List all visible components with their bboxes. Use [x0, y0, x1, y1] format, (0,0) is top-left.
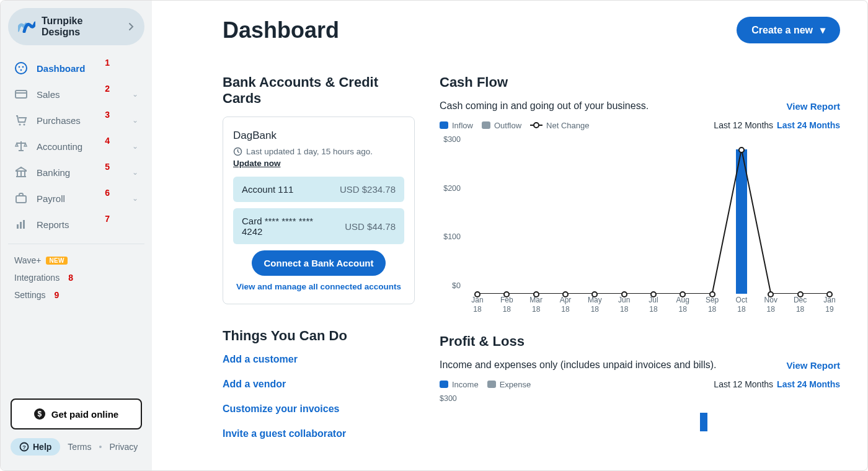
svg-rect-15	[16, 196, 26, 203]
nav-item-waveplus[interactable]: Wave+ NEW	[11, 252, 142, 269]
nav-label: Settings	[14, 290, 46, 300]
customize-invoices-link[interactable]: Customize your invoices	[223, 403, 415, 415]
terms-link[interactable]: Terms	[68, 442, 91, 452]
svg-point-0	[16, 63, 27, 74]
legend-income: Income	[440, 380, 479, 389]
nav-label: Sales	[37, 89, 60, 100]
sidebar-footer: ? Help Terms • Privacy	[1, 438, 152, 463]
chevron-down-icon: ⌄	[132, 116, 138, 125]
nav-label: Accounting	[37, 141, 82, 152]
chevron-right-icon	[128, 22, 135, 31]
period-24-link[interactable]: Last 24 Months	[777, 120, 840, 130]
x-tick: Jun18	[614, 296, 635, 315]
svg-rect-17	[20, 222, 22, 229]
account-balance: USD $44.78	[345, 221, 396, 232]
nav-item-integrations[interactable]: Integrations 8	[11, 269, 142, 286]
caret-down-icon: ▾	[820, 24, 825, 36]
net-dot	[797, 291, 804, 297]
help-button[interactable]: ? Help	[11, 438, 60, 456]
net-dot	[738, 147, 745, 153]
add-vendor-link[interactable]: Add a vendor	[223, 379, 415, 390]
add-customer-link[interactable]: Add a customer	[223, 354, 415, 365]
cart-icon	[14, 113, 28, 127]
things-title: Things You Can Do	[223, 328, 415, 344]
x-tick: Apr18	[555, 296, 576, 315]
cashflow-title: Cash Flow	[440, 74, 840, 90]
clock-icon	[233, 147, 242, 156]
chevron-down-icon: ⌄	[132, 168, 138, 177]
net-dot	[650, 291, 657, 297]
create-label: Create a new	[751, 25, 813, 36]
company-selector[interactable]: Turnpike Designs	[8, 8, 144, 45]
nav-item-settings[interactable]: Settings 9	[11, 286, 142, 304]
svg-point-6	[19, 124, 21, 126]
chevron-down-icon: ⌄	[132, 90, 138, 99]
nav-label: Banking	[37, 167, 70, 178]
bank-section-title: Bank Accounts & Credit Cards	[223, 74, 415, 107]
nav-label: Purchases	[37, 115, 81, 126]
nav-marker: 3	[105, 110, 110, 120]
chevron-down-icon: ⌄	[132, 142, 138, 151]
cashflow-period-toggle: Last 12 Months Last 24 Months	[714, 120, 840, 130]
nav-item-accounting[interactable]: Accounting 4 ⌄	[6, 133, 147, 159]
nav-item-banking[interactable]: Banking 5 ⌄	[6, 159, 147, 185]
svg-rect-16	[17, 224, 19, 229]
nav-marker: 1	[105, 58, 110, 68]
x-tick: May18	[584, 296, 605, 315]
get-paid-button[interactable]: $ Get paid online	[11, 398, 142, 429]
updated-text: Last updated 1 day, 15 hours ago.	[246, 147, 373, 156]
cashflow-chart: $300 $200 $100 $0 Jan18Feb18Mar18Apr18Ma…	[440, 135, 840, 309]
period-12-link[interactable]: Last 12 Months	[714, 120, 773, 130]
account-row[interactable]: Card **** **** **** 4242 USD $44.78	[233, 208, 404, 244]
cashflow-plot	[467, 139, 840, 294]
nav-item-reports[interactable]: Reports 7	[6, 211, 147, 237]
connect-bank-button[interactable]: Connect a Bank Account	[252, 250, 386, 276]
privacy-link[interactable]: Privacy	[109, 442, 138, 452]
nav-item-purchases[interactable]: Purchases 3 ⌄	[6, 107, 147, 133]
nav-item-payroll[interactable]: Payroll 6 ⌄	[6, 185, 147, 211]
card-icon	[14, 87, 28, 101]
page-title: Dashboard	[223, 17, 339, 43]
x-tick: Jan18	[467, 296, 488, 315]
chart-icon	[14, 218, 28, 231]
bank-card: DagBank Last updated 1 day, 15 hours ago…	[223, 117, 415, 304]
cashflow-subtitle: Cash coming in and going out of your bus…	[440, 100, 649, 112]
period-12-link[interactable]: Last 12 Months	[714, 379, 773, 389]
y-axis-labels: $300 $200 $100 $0	[440, 135, 461, 290]
nav-marker: 8	[68, 273, 73, 283]
x-axis-labels: Jan18Feb18Mar18Apr18May18Jun18Jul18Aug18…	[467, 296, 840, 315]
y-axis-label: $300	[440, 394, 840, 403]
x-tick: Feb18	[496, 296, 517, 315]
nav-marker: 7	[105, 214, 110, 224]
svg-point-1	[19, 66, 20, 68]
cashflow-view-report-link[interactable]: View Report	[787, 101, 840, 112]
bank-name: DagBank	[233, 130, 404, 142]
view-all-accounts-link[interactable]: View and manage all connected accounts	[233, 282, 404, 291]
nav-label: Wave+	[14, 255, 41, 265]
svg-point-2	[22, 66, 24, 68]
net-dot	[826, 291, 833, 297]
svg-point-3	[20, 69, 22, 71]
updated-row: Last updated 1 day, 15 hours ago.	[233, 147, 404, 156]
nav-item-dashboard[interactable]: Dashboard 1	[6, 55, 147, 81]
svg-rect-18	[23, 220, 25, 229]
update-now-link[interactable]: Update now	[233, 159, 281, 168]
invite-collaborator-link[interactable]: Invite a guest collaborator	[223, 428, 415, 439]
account-row[interactable]: Account 111 USD $234.78	[233, 177, 404, 202]
net-dot	[709, 291, 715, 297]
divider	[8, 244, 144, 244]
profitloss-view-report-link[interactable]: View Report	[787, 360, 840, 371]
profitloss-period-toggle: Last 12 Months Last 24 Months	[714, 379, 840, 389]
account-name: Card **** **** **** 4242	[242, 216, 335, 237]
create-new-button[interactable]: Create a new ▾	[737, 17, 840, 43]
cashflow-legend: Inflow Outflow Net Change Last 12 Months…	[440, 120, 840, 130]
bank-icon	[14, 165, 28, 179]
period-24-link[interactable]: Last 24 Months	[777, 379, 840, 389]
nav-item-sales[interactable]: Sales 2 ⌄	[6, 81, 147, 107]
nav-marker: 6	[105, 188, 110, 198]
profitloss-chart: $300	[440, 394, 840, 431]
x-tick: Sep18	[702, 296, 723, 315]
nav-marker: 4	[105, 136, 110, 146]
x-tick: Aug18	[672, 296, 693, 315]
net-dot	[474, 291, 480, 297]
